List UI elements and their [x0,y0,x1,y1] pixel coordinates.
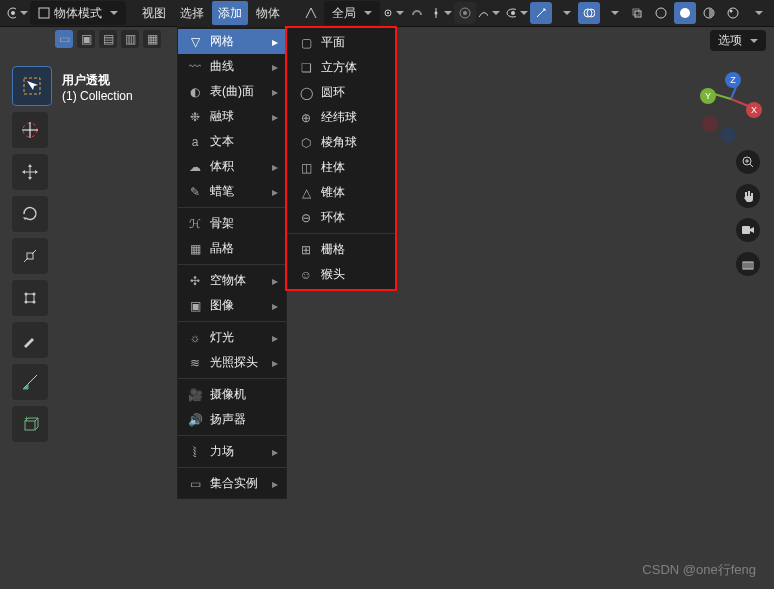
orientation-icon[interactable] [300,2,322,24]
xray-toggle[interactable] [626,2,648,24]
menu-item-mesh-icon[interactable]: ▽网格▸ [178,29,286,54]
curve-icon: 〰 [188,60,202,74]
tool-scale[interactable] [12,238,48,274]
axis-y-label[interactable]: Y [700,88,716,104]
tool-select-box[interactable] [12,66,52,106]
submenu-arrow-icon: ▸ [272,356,278,370]
shading-solid[interactable] [674,2,696,24]
submenu-arrow-icon: ▸ [272,110,278,124]
menu-item-metaball-icon[interactable]: ❉融球▸ [178,104,286,129]
tool-add-cube[interactable]: + [12,406,48,442]
menu-item-label: 光照探头 [210,354,258,371]
menu-item-surface-icon[interactable]: ◐表(曲)面▸ [178,79,286,104]
orientation-select[interactable]: 全局 [324,1,380,25]
viewport-right-buttons [736,150,760,276]
menu-item-cube-icon[interactable]: ❏立方体 [287,55,395,80]
menu-item-lightprobe-icon[interactable]: ≋光照探头▸ [178,350,286,375]
menu-item-icosphere-icon[interactable]: ⬡棱角球 [287,130,395,155]
gizmo-toggle[interactable] [530,2,552,24]
menu-item-uvsphere-icon[interactable]: ⊕经纬球 [287,105,395,130]
tool-transform[interactable] [12,280,48,316]
menu-item-circle-icon[interactable]: ◯圆环 [287,80,395,105]
tool-cursor[interactable] [12,112,48,148]
menu-item-gpencil-icon[interactable]: ✎蜡笔▸ [178,179,286,204]
menu-view[interactable]: 视图 [136,1,172,25]
menu-item-collection-icon[interactable]: ▭集合实例▸ [178,471,286,496]
icosphere-icon: ⬡ [299,136,313,150]
snap-type[interactable] [430,2,452,24]
submenu-arrow-icon: ▸ [272,274,278,288]
menu-item-empty-icon[interactable]: ✣空物体▸ [178,268,286,293]
gizmo-dropdown[interactable] [554,2,576,24]
orientation-label: 全局 [332,5,356,22]
menu-item-label: 融球 [210,108,234,125]
zoom-button[interactable] [736,150,760,174]
menu-object[interactable]: 物体 [250,1,286,25]
menu-item-plane-icon[interactable]: ▢平面 [287,30,395,55]
axis-z-label[interactable]: Z [725,72,741,88]
tool-measure[interactable] [12,364,48,400]
shading-rendered[interactable] [722,2,744,24]
overlays-dropdown[interactable] [602,2,624,24]
shading-wire[interactable] [650,2,672,24]
svg-point-24 [387,12,389,14]
axis-x-label[interactable]: X [746,102,762,118]
menu-add[interactable]: 添加 [212,1,248,25]
options-popover-button[interactable]: 选项 [710,30,766,51]
snap-toggle[interactable] [406,2,428,24]
menu-item-curve-icon[interactable]: 〰曲线▸ [178,54,286,79]
menu-item-text-icon[interactable]: a文本 [178,129,286,154]
mesh-submenu[interactable]: ▢平面❏立方体◯圆环⊕经纬球⬡棱角球◫柱体△锥体⊖环体⊞栅格☺猴头 [285,26,397,291]
armature-icon: ℋ [188,217,202,231]
camera-view-button[interactable] [736,218,760,242]
select-mode-xor-icon[interactable]: ▥ [121,30,139,48]
svg-point-16 [408,358,424,374]
select-mode-extend-icon[interactable]: ▣ [77,30,95,48]
pan-button[interactable] [736,184,760,208]
menu-item-lattice-icon[interactable]: ▦晶格 [178,236,286,261]
shading-dropdown[interactable] [746,2,768,24]
tool-rotate[interactable] [12,196,48,232]
svg-point-26 [435,12,438,15]
proportional-edit-toggle[interactable] [454,2,476,24]
menu-item-volume-icon[interactable]: ☁体积▸ [178,154,286,179]
axis-neg-z[interactable] [720,127,736,143]
menu-item-armature-icon[interactable]: ℋ骨架 [178,211,286,236]
menu-item-speaker-icon[interactable]: 🔊扬声器 [178,407,286,432]
menu-item-cone-icon[interactable]: △锥体 [287,180,395,205]
tool-annotate[interactable] [12,322,48,358]
svg-text:+: + [24,415,29,424]
overlays-toggle[interactable] [578,2,600,24]
menu-item-camera-icon[interactable]: 🎥摄像机 [178,382,286,407]
menu-item-label: 晶格 [210,240,234,257]
menu-item-forcefield-icon[interactable]: ⦚力场▸ [178,439,286,464]
select-mode-box-icon[interactable]: ▭ [55,30,73,48]
ortho-toggle-button[interactable] [736,252,760,276]
svg-line-14 [0,306,774,466]
shading-matprev[interactable] [698,2,720,24]
menu-item-grid-icon[interactable]: ⊞栅格 [287,237,395,262]
visibility-icon[interactable] [506,2,528,24]
menu-item-light-icon[interactable]: ☼灯光▸ [178,325,286,350]
add-menu[interactable]: ▽网格▸〰曲线▸◐表(曲)面▸❉融球▸a文本☁体积▸✎蜡笔▸ℋ骨架▦晶格✣空物体… [177,26,287,499]
menu-item-monkey-icon[interactable]: ☺猴头 [287,262,395,287]
menu-select[interactable]: 选择 [174,1,210,25]
menu-item-torus-icon[interactable]: ⊖环体 [287,205,395,230]
select-mode-and-icon[interactable]: ▦ [143,30,161,48]
select-mode-sub-icon[interactable]: ▤ [99,30,117,48]
lightprobe-icon: ≋ [188,356,202,370]
gpencil-icon: ✎ [188,185,202,199]
menu-item-label: 图像 [210,297,234,314]
menu-item-image-icon[interactable]: ▣图像▸ [178,293,286,318]
tool-move[interactable] [12,154,48,190]
axis-neg-x[interactable] [702,116,718,132]
mode-select[interactable]: 物体模式 [30,1,126,25]
svg-line-47 [24,258,28,262]
proportional-falloff[interactable] [478,2,500,24]
submenu-arrow-icon: ▸ [272,445,278,459]
pivot-icon[interactable] [382,2,404,24]
submenu-arrow-icon: ▸ [272,60,278,74]
editor-type-dropdown[interactable] [6,2,28,24]
svg-point-53 [33,301,36,304]
menu-item-cylinder-icon[interactable]: ◫柱体 [287,155,395,180]
